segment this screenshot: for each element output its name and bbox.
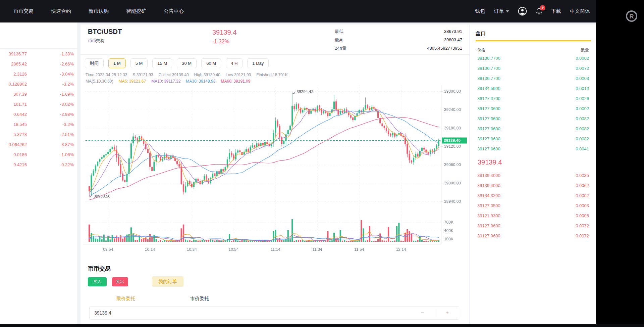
nav-item-0[interactable]: 币币交易 xyxy=(13,8,34,14)
my-orders-button[interactable]: 我的订单 xyxy=(152,276,183,287)
watchlist-row[interactable]: 0.128802-3.2% xyxy=(0,79,77,89)
orderbook-asks: 39136.77000.000239136.77000.007239136.77… xyxy=(476,53,591,154)
watchlist-change: -2.66% xyxy=(27,61,77,66)
watchlist-change: -3.87% xyxy=(27,142,77,147)
watchlist-price: 2865.42 xyxy=(0,61,27,66)
interval-button-60m[interactable]: 60 M xyxy=(201,58,221,68)
watchlist-price: 0.6442 xyxy=(0,112,27,117)
ma-info-item: MA30: 39148.93 xyxy=(186,79,215,84)
ask-price: 39127.0600 xyxy=(477,136,500,141)
nav-download[interactable]: 下载 xyxy=(551,8,561,14)
ohlc-info-item: Time:2022-04-25 12:33 xyxy=(86,73,127,77)
orderbook-ask-row[interactable]: 39127.06000.0041 xyxy=(476,144,591,154)
bid-qty: 0.0072 xyxy=(576,233,589,238)
ask-qty: 0.0072 xyxy=(576,66,589,71)
ask-price: 39136.7700 xyxy=(477,76,500,81)
orderbook-bid-row[interactable]: 39139.40000.0062 xyxy=(476,180,591,190)
svg-text:R: R xyxy=(630,13,634,20)
orderbook-ask-row[interactable]: 39134.59000.0010 xyxy=(476,83,591,93)
bid-qty: 0.0005 xyxy=(576,213,589,218)
orderbook-bid-row[interactable]: 39127.05000.0003 xyxy=(476,200,591,211)
nav-orders[interactable]: 订单 xyxy=(494,8,509,14)
nav-item-3[interactable]: 智能挖矿 xyxy=(126,8,146,14)
price-decrease-button[interactable]: − xyxy=(410,307,435,319)
nav-right: 钱包 订单 9 下载 中文简体 xyxy=(475,7,590,16)
nav-wallet[interactable]: 钱包 xyxy=(475,8,485,14)
orderbook-ask-row[interactable]: 39127.06000.0082 xyxy=(476,113,591,124)
watchlist-change: -2.98% xyxy=(27,112,77,117)
orderbook-bids: 39139.40000.003539139.40000.006239134.32… xyxy=(476,170,591,241)
orderbook-ask-row[interactable]: 39136.77000.0003 xyxy=(476,73,591,83)
interval-button-1day[interactable]: 1 Day xyxy=(247,58,269,68)
ohlc-info-item: Finished:18.701K xyxy=(256,73,287,77)
interval-button-30m[interactable]: 30 M xyxy=(177,58,197,68)
watchlist-row[interactable]: 101.71-3.02% xyxy=(0,99,77,109)
watchlist-price: 18.545 xyxy=(0,122,27,127)
nav-item-4[interactable]: 公告中心 xyxy=(164,8,184,14)
watchlist-row[interactable]: 2865.42-2.66% xyxy=(0,59,77,69)
buy-button[interactable]: 买入 xyxy=(88,277,107,286)
interval-button-5m[interactable]: 5 M xyxy=(130,58,148,68)
account-button[interactable] xyxy=(518,7,527,16)
price-increase-button[interactable]: + xyxy=(435,307,459,319)
orderbook-ask-row[interactable]: 39127.06000.0002 xyxy=(476,103,591,113)
ask-qty: 0.0026 xyxy=(576,96,589,101)
sell-button[interactable]: 卖出 xyxy=(112,277,128,286)
market-stat-label: 最高 xyxy=(335,37,343,43)
market-stat-value: 4805.4592773951 xyxy=(427,46,462,51)
orderbook-title: 盘口 xyxy=(476,25,591,37)
ask-price: 39127.0600 xyxy=(477,126,500,131)
watchlist-row[interactable]: 307.39-1.69% xyxy=(0,89,77,99)
watchlist-change: -0.22% xyxy=(27,162,77,167)
tab-limit-order[interactable]: 限价委托 xyxy=(116,296,135,302)
watchlist-row[interactable]: 0.064262-3.87% xyxy=(0,139,77,149)
orderbook-ask-row[interactable]: 39127.06000.0082 xyxy=(476,134,591,144)
bid-qty: 0.0062 xyxy=(576,183,589,188)
ask-qty: 0.0082 xyxy=(576,136,589,141)
nav-item-1[interactable]: 快速合约 xyxy=(51,8,71,14)
orderbook-price-header: 价格 xyxy=(477,47,485,53)
orderbook-underline xyxy=(476,40,591,41)
nav-language[interactable]: 中文简体 xyxy=(570,8,590,14)
interval-button-1m[interactable]: 1 M xyxy=(108,58,126,68)
tab-market-order[interactable]: 市价委托 xyxy=(190,296,209,302)
orderbook-bid-row[interactable]: 39134.32000.0002 xyxy=(476,190,591,200)
watchlist-row[interactable]: 5.3778-2.51% xyxy=(0,129,77,139)
ma-info-item: MA5: 39121.67 xyxy=(119,79,146,84)
orderbook-last-price: 39139.4 xyxy=(476,154,591,170)
bid-price: 39139.4000 xyxy=(477,173,500,178)
interval-button-4h[interactable]: 4 H xyxy=(226,58,243,68)
orderbook-bid-row[interactable]: 39121.93000.0005 xyxy=(476,211,591,221)
ohlc-info-item: S:39121.93 xyxy=(132,73,153,77)
watchlist-row[interactable]: 2.3126-3.04% xyxy=(0,69,77,79)
interval-button-15m[interactable]: 15 M xyxy=(152,58,172,68)
orderbook-headers: 价格 数量 xyxy=(476,47,591,53)
trade-section-title: 币币交易 xyxy=(88,265,111,273)
watchlist-row[interactable]: 18.545-3.2% xyxy=(0,119,77,129)
market-type-label: 币币交易 xyxy=(88,38,104,44)
orderbook-panel: 盘口 价格 数量 39136.77000.000239136.77000.007… xyxy=(470,25,596,324)
orderbook-bid-row[interactable]: 39127.06000.0072 xyxy=(476,231,591,241)
notifications-button[interactable]: 9 xyxy=(536,8,542,15)
market-header: BTC/USDT 币币交易 39139.4 -1.32% 最低38673.91最… xyxy=(80,25,469,55)
watchlist-row[interactable]: 9.4216-0.22% xyxy=(0,159,77,170)
ask-qty: 0.0041 xyxy=(576,146,589,151)
orderbook-ask-row[interactable]: 39127.07000.0026 xyxy=(476,93,591,103)
orderbook-bid-row[interactable]: 39139.40000.0035 xyxy=(476,170,591,180)
watchlist-row[interactable]: 0.6442-2.98% xyxy=(0,109,77,119)
watchlist-row[interactable]: 39136.77-1.33% xyxy=(0,49,77,59)
watchlist-change: -3.04% xyxy=(27,72,77,77)
orderbook-bid-row[interactable]: 39127.06000.0072 xyxy=(476,221,591,231)
candlestick-chart[interactable] xyxy=(80,86,469,255)
market-stat-row: 最低38673.91 xyxy=(335,27,462,36)
watchlist-row[interactable]: 0.0186-1.06% xyxy=(0,149,77,159)
orderbook-ask-row[interactable]: 39127.06000.0082 xyxy=(476,124,591,134)
orderbook-ask-row[interactable]: 39136.77000.0002 xyxy=(476,53,591,63)
price-input[interactable] xyxy=(90,307,398,319)
last-price: 39139.4 xyxy=(212,29,236,36)
ma-info-item: MA60: 39191.09 xyxy=(221,79,250,84)
market-stat-row: 最高39803.47 xyxy=(335,36,462,44)
orderbook-ask-row[interactable]: 39136.77000.0072 xyxy=(476,63,591,73)
nav-item-2[interactable]: 新币认购 xyxy=(89,8,109,14)
ask-qty: 0.0002 xyxy=(576,56,589,61)
